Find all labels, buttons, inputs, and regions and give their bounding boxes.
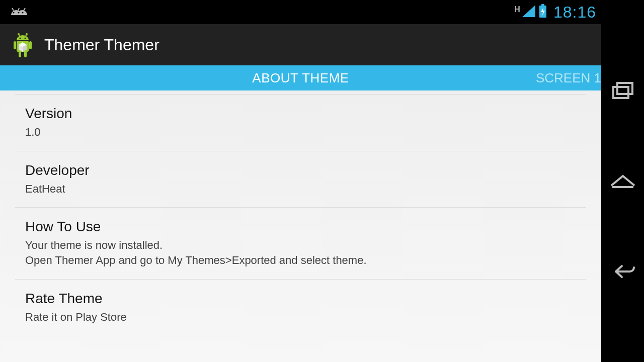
item-title: How To Use — [25, 219, 576, 235]
content-area: Version 1.0 Developer EatHeat How To Use… — [0, 90, 601, 362]
svg-rect-18 — [29, 41, 32, 49]
svg-point-15 — [25, 38, 26, 39]
svg-line-5 — [24, 8, 25, 11]
home-button[interactable] — [608, 166, 638, 196]
svg-point-14 — [20, 38, 21, 39]
back-button[interactable] — [608, 256, 638, 287]
item-subtitle: EatHeat — [25, 182, 576, 197]
status-right: H 18:16 — [514, 3, 596, 22]
svg-rect-20 — [24, 51, 27, 57]
screen: H 18:16 — [0, 0, 601, 362]
item-subtitle: Your theme is now installed. Open Themer… — [25, 238, 576, 267]
network-type-label: H — [514, 5, 520, 14]
list-item-developer[interactable]: Developer EatHeat — [15, 151, 586, 208]
svg-line-4 — [18, 8, 19, 11]
clock: 18:16 — [553, 3, 596, 22]
svg-rect-17 — [14, 41, 16, 49]
svg-rect-25 — [617, 83, 632, 94]
svg-line-3 — [12, 8, 14, 11]
list-item-rate-theme[interactable]: Rate Theme Rate it on Play Store — [15, 280, 586, 336]
android-cube-icon — [10, 32, 35, 57]
svg-point-0 — [13, 12, 14, 13]
action-bar: Themer Themer — [0, 24, 601, 65]
svg-marker-6 — [522, 5, 535, 17]
system-nav-bar — [601, 0, 644, 362]
list-item-version[interactable]: Version 1.0 — [15, 95, 586, 151]
status-left — [7, 5, 29, 19]
android-debug-icon — [7, 5, 29, 19]
app-title: Themer Themer — [44, 36, 159, 54]
tab-strip[interactable]: ABOUT THEME SCREEN 1 — [0, 65, 601, 90]
item-subtitle: Rate it on Play Store — [25, 310, 576, 325]
tab-screen-1[interactable]: SCREEN 1 — [536, 70, 601, 86]
svg-point-1 — [18, 12, 19, 13]
svg-point-2 — [22, 12, 23, 13]
svg-rect-8 — [541, 4, 544, 6]
battery-charging-icon — [538, 4, 547, 20]
item-subtitle: 1.0 — [25, 125, 576, 140]
list-item-how-to-use[interactable]: How To Use Your theme is now installed. … — [15, 208, 586, 279]
item-title: Rate Theme — [25, 291, 576, 307]
signal-icon — [522, 5, 535, 19]
svg-rect-24 — [613, 87, 628, 98]
svg-rect-19 — [19, 51, 21, 57]
status-bar: H 18:16 — [0, 0, 601, 24]
tab-about-theme[interactable]: ABOUT THEME — [0, 70, 601, 86]
recent-apps-button[interactable] — [608, 75, 638, 106]
item-title: Developer — [25, 162, 576, 178]
device-frame: H 18:16 — [0, 0, 644, 362]
item-title: Version — [25, 106, 576, 122]
